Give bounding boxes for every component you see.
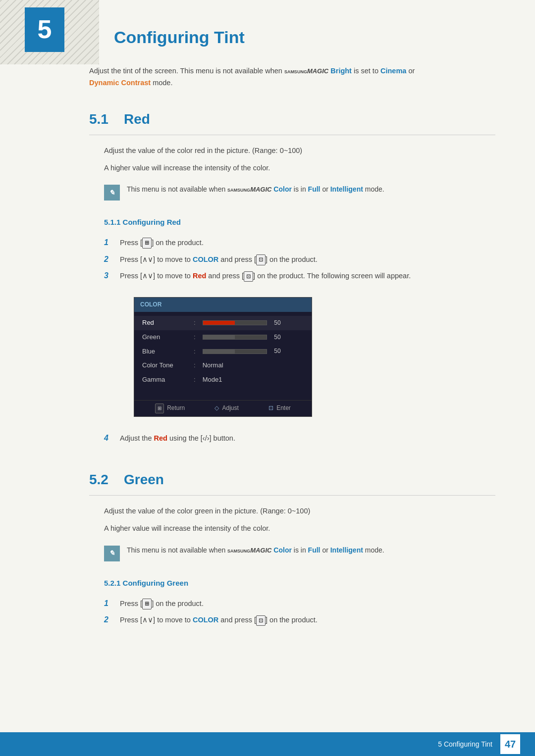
footer-adjust: ◇ Adjust: [214, 403, 238, 413]
color-menu-body: Red : 50 Green :: [134, 312, 312, 397]
color-menu-diagram: COLOR Red : 50: [134, 297, 312, 417]
bright-text: Bright: [330, 67, 352, 75]
section-51-content: Adjust the value of the color red in the…: [89, 145, 495, 445]
section-52-desc1: Adjust the value of the color green in t…: [104, 505, 495, 517]
color-menu-footer: ⊞ Return ◇ Adjust ⊡ Enter: [134, 400, 312, 416]
color-row-tone: Color Tone : Normal: [134, 358, 312, 373]
chapter-number-box: 5: [25, 7, 64, 52]
step-511-4-list: 4 Adjust the Red using the [‹/›] button.: [104, 432, 495, 445]
step-511-4: 4 Adjust the Red using the [‹/›] button.: [104, 432, 495, 445]
subsection-511-header: 5.1.1 Configuring Red: [104, 216, 495, 228]
color-menu-title: COLOR: [134, 298, 312, 312]
page-footer: 5 Configuring Tint 47: [0, 732, 535, 756]
color-row-blue: Blue : 50: [134, 345, 312, 359]
step-511-1: 1 Press [⊞] on the product.: [104, 236, 495, 249]
dynamic-contrast-text: Dynamic Contrast: [89, 79, 151, 87]
enter-btn-521: ⊡: [256, 615, 266, 626]
section-51-title: Red: [124, 108, 150, 131]
section-52-desc2: A higher value will increase the intensi…: [104, 523, 495, 534]
color-menu: COLOR Red : 50: [134, 297, 312, 417]
section-51-header: 5.1 Red: [89, 108, 495, 135]
enter-button-icon-2: ⊡: [244, 271, 253, 282]
enter-button-icon: ⊡: [256, 254, 266, 265]
subsection-521-header: 5.2.1 Configuring Green: [104, 577, 495, 589]
note-52-text: This menu is not available when SAMSUNG …: [127, 545, 384, 556]
chapter-title: Configuring Tint: [89, 10, 495, 50]
section-52-title: Green: [124, 469, 164, 491]
menu-button-icon: ⊞: [142, 238, 152, 249]
green-bar: 50: [203, 333, 304, 342]
chapter-number: 5: [38, 9, 52, 50]
section-51-num: 5.1: [89, 108, 124, 131]
note-51-text: This menu is not available when SAMSUNG …: [127, 184, 384, 195]
menu-btn-521: ⊞: [142, 599, 152, 609]
section-51-note: ✎ This menu is not available when SAMSUN…: [104, 182, 495, 202]
section-52-num: 5.2: [89, 469, 124, 491]
footer-chapter-ref: 5 Configuring Tint: [438, 739, 492, 750]
section-52-header: 5.2 Green: [89, 469, 495, 496]
note-icon: ✎: [104, 185, 120, 201]
step-511-3: 3 Press [∧∨] to move to Red and press [⊡…: [104, 269, 495, 282]
intro-or: or: [408, 67, 415, 75]
section-51-desc2: A higher value will increase the intensi…: [104, 162, 495, 174]
red-bar: 50: [203, 318, 304, 328]
subsection-521-title: Configuring Green: [123, 579, 189, 587]
subsection-511-title: Configuring Red: [123, 218, 181, 226]
color-row-red: Red : 50: [134, 316, 312, 330]
color-row-green: Green : 50: [134, 330, 312, 345]
step-521-2: 2 Press [∧∨] to move to COLOR and press …: [104, 613, 495, 626]
main-content: Configuring Tint Adjust the tint of the …: [0, 0, 535, 661]
subsection-521-num: 5.2.1: [104, 579, 120, 587]
chapter-intro: Adjust the tint of the screen. This menu…: [89, 65, 495, 88]
section-52-note: ✎ This menu is not available when SAMSUN…: [104, 543, 495, 563]
intro-text-start: Adjust the tint of the screen. This menu…: [89, 67, 284, 75]
footer-enter: ⊡ Enter: [268, 403, 291, 413]
blue-bar: 50: [203, 347, 304, 356]
note-icon-52: ✎: [104, 546, 120, 561]
steps-521: 1 Press [⊞] on the product. 2 Press [∧∨]…: [104, 597, 495, 626]
subsection-511-num: 5.1.1: [104, 218, 120, 226]
samsung-magic-brand-bright: SAMSUNG MAGIC: [284, 66, 328, 77]
cinema-text: Cinema: [380, 67, 406, 75]
steps-511: 1 Press [⊞] on the product. 2 Press [∧∨]…: [104, 236, 495, 282]
section-51-desc1: Adjust the value of the color red in the…: [104, 145, 495, 156]
intro-end: mode.: [153, 79, 172, 87]
footer-return: ⊞ Return: [155, 403, 185, 413]
footer-page-number: 47: [500, 734, 520, 754]
step-521-1: 1 Press [⊞] on the product.: [104, 597, 495, 610]
section-52-content: Adjust the value of the color green in t…: [89, 505, 495, 626]
step-511-2: 2 Press [∧∨] to move to COLOR and press …: [104, 253, 495, 266]
color-row-gamma: Gamma : Mode1: [134, 373, 312, 387]
intro-mid: is set to: [354, 67, 380, 75]
